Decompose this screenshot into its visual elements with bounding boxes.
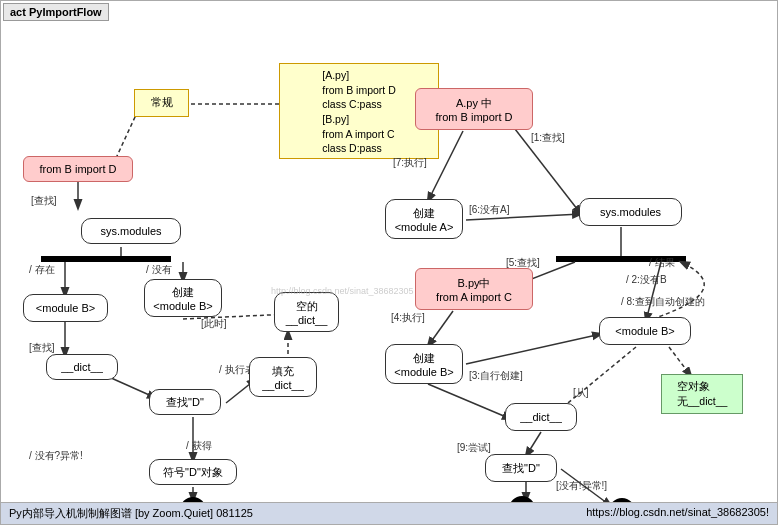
node-module-b-left: <module B> <box>23 294 108 322</box>
watermark: http://blog.csdn.net/sinat_38682305 <box>271 286 414 296</box>
node-from-b-import-d-left: from B import D <box>23 156 133 182</box>
diagram-container: act PyImportFlow <box>0 0 778 525</box>
svg-line-22 <box>428 384 511 419</box>
svg-line-23 <box>466 334 601 364</box>
node-b-py-title: B.py中 from A import C <box>415 268 533 310</box>
node-fill-dict: 填充 __dict__ <box>249 357 317 397</box>
label-no-exception-left: / 没有?异常! <box>29 449 83 463</box>
label-no-b2: / 2:没有B <box>626 273 667 287</box>
footer: Py内部导入机制制解图谱 [by Zoom.Quiet] 081125 http… <box>1 502 777 524</box>
svg-rect-1 <box>41 256 171 262</box>
label-from: [从] <box>573 386 589 400</box>
label-execute4: [4:执行] <box>391 311 425 325</box>
node-sys-modules-left: sys.modules <box>81 218 181 244</box>
node-find-d-left: 查找"D" <box>149 389 221 415</box>
footer-left: Py内部导入机制制解图谱 [by Zoom.Quiet] 081125 <box>9 506 253 521</box>
node-normal: 常规 <box>134 89 189 117</box>
node-dict-right: __dict__ <box>505 403 577 431</box>
node-symbol-d: 符号"D"对象 <box>149 459 237 485</box>
label-find1: [1:查找] <box>531 131 565 145</box>
node-create-module-b-right: 创建 <module B> <box>385 344 463 384</box>
title-bar: act PyImportFlow <box>3 3 109 21</box>
node-a-py-title: A.py 中 from B import D <box>415 88 533 130</box>
label-no-a: [6:没有A] <box>469 203 510 217</box>
label-self-created3: [3:自行创建] <box>469 369 523 383</box>
svg-line-20 <box>646 262 661 321</box>
label-no-exist: / 没有 <box>146 263 172 277</box>
label-try9: [9:尝试] <box>457 441 491 455</box>
node-dict-left: __dict__ <box>46 354 118 380</box>
node-find-d-right: 查找"D" <box>485 454 557 482</box>
node-empty-dict: 空的 __dict__ <box>274 292 339 332</box>
svg-line-24 <box>526 432 541 456</box>
node-green-box: 空对象 无__dict__ <box>661 374 743 414</box>
node-module-b-right: <module B> <box>599 317 691 345</box>
label-exist: / 存在 <box>29 263 55 277</box>
label-get-d: / 获得 <box>186 439 212 453</box>
label-no-exception-right: [没有!异常!] <box>556 479 607 493</box>
label-result: / 结果 <box>649 256 675 270</box>
svg-line-18 <box>428 311 453 346</box>
svg-line-21 <box>669 347 691 376</box>
label-find-dict: [查找] <box>29 341 55 355</box>
label-execute7: [7:执行] <box>393 156 427 170</box>
node-create-module-b-left: 创建 <module B> <box>144 279 222 317</box>
label-now: [此时] <box>201 317 227 331</box>
label-find-left: [查找] <box>31 194 57 208</box>
node-sys-modules-right: sys.modules <box>579 198 682 226</box>
label-auto-created8: / 8:查到自动创建的 <box>621 295 705 309</box>
node-create-module-a: 创建 <module A> <box>385 199 463 239</box>
footer-right: https://blog.csdn.net/sinat_38682305! <box>586 506 769 521</box>
